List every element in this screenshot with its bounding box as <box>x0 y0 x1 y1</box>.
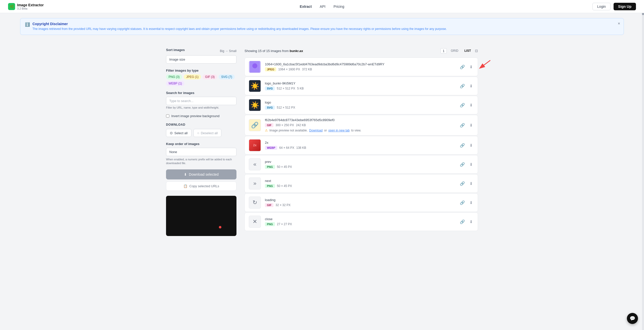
image-dimensions: 50 × 45 PX <box>277 165 292 169</box>
search-section: Search for images Filter by URL, name, t… <box>166 91 236 109</box>
table-row: ↻ loading GIF 32 × 32 PX 🔗 ⬇ <box>245 193 478 212</box>
filter-tag-jpeg[interactable]: JPEG (1) <box>184 74 201 79</box>
image-meta: SVG 512 × 512 PX <box>265 106 455 110</box>
svg-point-1 <box>252 63 257 68</box>
disclaimer-banner: ℹ️ Copyright Disclaimer The images retri… <box>20 18 624 35</box>
copy-link-button[interactable]: 🔗 <box>459 64 466 70</box>
disclaimer-title: Copyright Disclaimer <box>32 22 447 26</box>
search-input[interactable] <box>166 97 236 105</box>
warning-text: Image preview not available. <box>269 129 308 132</box>
table-row: 1064×1600_6a1cbac5f1edd4763ead9dcba3bd6d… <box>245 58 478 76</box>
app-version: 3.2 Beta <box>17 7 44 10</box>
warning-download-link[interactable]: Download <box>309 129 323 132</box>
table-row: 2x 2x WEBP 64 × 64 PX 138 KB 🔗 ⬇ <box>245 136 478 155</box>
sort-select[interactable]: Image size <box>166 55 236 64</box>
login-button[interactable]: Login <box>592 3 611 10</box>
invert-checkbox[interactable] <box>166 114 169 118</box>
scrollbar-track[interactable] <box>642 0 644 244</box>
filter-tag-svg[interactable]: SVG (7) <box>219 74 234 79</box>
image-info: next PNG 50 × 45 PX <box>265 179 455 188</box>
download-button[interactable]: ⬇ <box>468 83 474 89</box>
copy-link-button[interactable]: 🔗 <box>459 122 466 129</box>
sort-label: Sort images <box>166 48 185 52</box>
copy-link-button[interactable]: 🔗 <box>459 142 466 149</box>
keep-order-select[interactable]: None <box>166 148 236 156</box>
table-row: ☀️ logo_bunkr-9Ki5M1Y SVG 512 × 512 PX 5… <box>245 77 478 95</box>
filter-tag-gif[interactable]: GIF (3) <box>203 74 217 79</box>
nav-brand: 🌿 Image Extractor 3.2 Beta <box>8 3 44 10</box>
copy-link-button[interactable]: 🔗 <box>459 218 466 225</box>
sort-section: Sort images Big → Small Image size <box>166 48 236 64</box>
image-dimensions: 512 × 512 PX <box>277 87 295 90</box>
view-icon[interactable]: ⊡ <box>475 49 478 53</box>
list-view-button[interactable]: LIST <box>462 48 473 54</box>
copy-link-button[interactable]: 🔗 <box>459 102 466 109</box>
table-row: ✕ close PNG 27 × 27 PX 🔗 ⬇ <box>245 212 478 231</box>
type-badge: JPEG <box>265 67 276 71</box>
table-row: 🔗 f62b4e9764dc8773e43ebe6953f765d5c8909e… <box>245 115 478 135</box>
image-actions: 🔗 ⬇ <box>459 199 474 206</box>
search-label: Search for images <box>166 91 236 95</box>
download-button[interactable]: ⬇ <box>468 199 474 206</box>
image-filesize: 5 KB <box>297 87 304 90</box>
image-filesize: 372 KB <box>302 68 312 71</box>
keep-order-label: Keep order of images <box>166 142 236 146</box>
image-dimensions: 64 × 64 PX <box>279 146 294 150</box>
image-info: loading GIF 32 × 32 PX <box>265 198 455 207</box>
download-button[interactable]: ⬇ <box>468 122 474 129</box>
image-info: 2x WEBP 64 × 64 PX 138 KB <box>265 141 455 150</box>
preview-box <box>166 196 236 236</box>
signup-button[interactable]: Sign Up <box>614 3 636 10</box>
image-meta: GIF 300 × 250 PX 242 KB <box>265 123 455 127</box>
copy-urls-button[interactable]: 📋 Copy selected URLs <box>166 181 236 191</box>
invert-section: Invert image preview background <box>166 114 236 118</box>
download-button[interactable]: ⬇ <box>468 102 474 109</box>
filter-tag-png[interactable]: PNG (3) <box>166 74 182 79</box>
nav-link-extract[interactable]: Extract <box>300 5 312 9</box>
nav-link-pricing[interactable]: Pricing <box>334 5 344 9</box>
download-button[interactable]: ⬇ <box>468 142 474 149</box>
warning-icon: ⚠ <box>265 128 268 132</box>
download-selected-button[interactable]: ⬇ Download selected <box>166 169 236 179</box>
deselect-all-button[interactable]: ○ Deselect all <box>193 129 222 137</box>
image-actions: 🔗 ⬇ <box>459 180 474 187</box>
copy-link-button[interactable]: 🔗 <box>459 161 466 168</box>
image-actions: 🔗 ⬇ <box>459 142 474 149</box>
image-thumb: ☀️ <box>249 99 261 111</box>
search-hint: Filter by URL, name, type and width/heig… <box>166 106 236 109</box>
image-warning: ⚠ Image preview not available. Download … <box>265 128 455 132</box>
image-thumb: ☀️ <box>249 80 261 92</box>
type-badge: GIF <box>265 123 273 127</box>
image-filesize: 242 KB <box>296 123 306 127</box>
download-button[interactable]: ⬇ <box>468 180 474 187</box>
image-dimensions: 32 × 32 PX <box>275 203 291 207</box>
select-circle-icon: ⊙ <box>170 131 173 135</box>
download-icon: ⬇ <box>184 172 187 176</box>
image-name: logo <box>265 101 455 104</box>
nav-link-api[interactable]: API <box>320 5 326 9</box>
copy-link-button[interactable]: 🔗 <box>459 83 466 89</box>
download-button[interactable]: ⬇ <box>468 64 474 70</box>
download-section-title: DOWNLOAD <box>166 123 236 126</box>
type-badge: SVG <box>265 106 275 110</box>
image-actions: 🔗 ⬇ <box>459 83 474 89</box>
grid-view-button[interactable]: GRID <box>449 48 460 54</box>
image-actions: 🔗 ⬇ <box>459 161 474 168</box>
app-icon: 🌿 <box>8 3 15 10</box>
image-thumb: « <box>249 158 261 170</box>
download-button[interactable]: ⬇ <box>468 218 474 225</box>
copy-link-button[interactable]: 🔗 <box>459 199 466 206</box>
page-number: 1 <box>440 48 447 54</box>
disclaimer-close-button[interactable]: × <box>618 21 620 26</box>
image-info: f62b4e9764dc8773e43ebe6953f765d5c8909ef0… <box>265 118 455 132</box>
select-all-button[interactable]: ⊙ Select all <box>166 129 191 137</box>
invert-label[interactable]: Invert image preview background <box>166 114 236 118</box>
image-thumb <box>249 61 261 73</box>
copy-link-button[interactable]: 🔗 <box>459 180 466 187</box>
filter-tags: PNG (3) JPEG (1) GIF (3) SVG (7) WEBP (1… <box>166 74 236 86</box>
download-button[interactable]: ⬇ <box>468 161 474 168</box>
keep-order-hint: When enabled, a numeric prefix will be a… <box>166 158 236 165</box>
filter-tag-webp[interactable]: WEBP (1) <box>166 81 184 86</box>
image-meta: WEBP 64 × 64 PX 138 KB <box>265 146 455 150</box>
warning-open-link[interactable]: open in new tab <box>328 129 350 132</box>
